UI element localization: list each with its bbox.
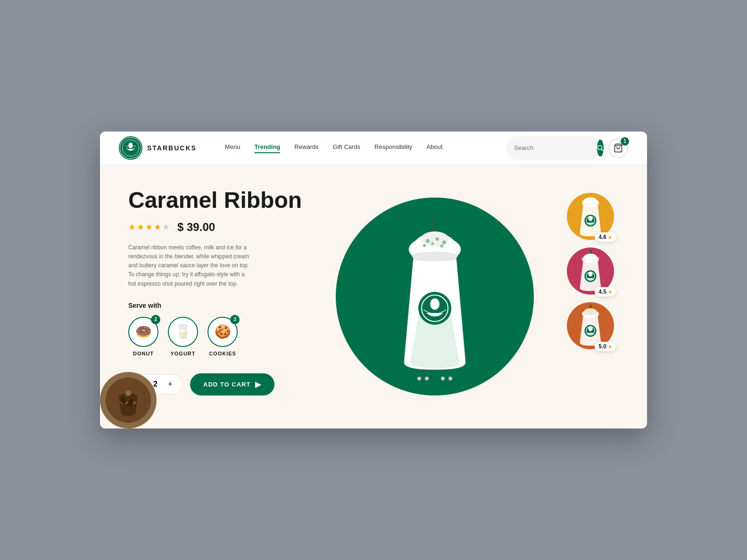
related-item-2[interactable]: 4.5 ★ (567, 247, 614, 295)
brand-name: STARBUCKS (147, 144, 197, 152)
cart-button[interactable]: 1 (608, 138, 628, 158)
donut-badge: 2 (151, 315, 160, 324)
coffee-bag-svg: COFFEE (105, 377, 152, 424)
related-rating-value-2: 4.5 (598, 288, 606, 295)
main-nav: Menu Trending Rewards Gift Cards Respons… (225, 143, 506, 152)
coffee-bag-decoration: COFFEE (100, 372, 166, 428)
product-price: $ 39.00 (177, 221, 215, 234)
donut-icon: 🍩 (135, 324, 152, 339)
logo-circle: STARBUCKS COFFEE (119, 136, 142, 160)
svg-line-6 (602, 149, 604, 151)
star-3: ★ (145, 222, 153, 232)
related-cup-2 (574, 250, 607, 292)
related-rating-3: 5.0 ★ (595, 342, 616, 351)
donut-label: DONUT (133, 351, 154, 356)
search-input[interactable] (514, 144, 593, 151)
serve-item-donut[interactable]: 🍩 2 DONUT (128, 317, 158, 356)
yogurt-icon: 🥛 (175, 324, 191, 339)
nav-rewards[interactable]: Rewards (294, 143, 318, 152)
product-image-area (307, 188, 562, 428)
svg-point-37 (584, 308, 597, 315)
related-star-1: ★ (608, 235, 612, 240)
cookies-icon-wrapper: 🍪 3 (208, 317, 238, 347)
donut-icon-wrapper: 🍩 2 (128, 317, 158, 347)
svg-point-20 (431, 242, 434, 245)
related-rating-value-3: 5.0 (598, 343, 606, 350)
svg-point-16 (436, 238, 439, 241)
coffee-bag-circle: COFFEE (100, 372, 157, 428)
browser-window: STARBUCKS COFFEE STARBUCKS Menu Trending… (100, 132, 647, 428)
arrow-icon: ▶ (255, 380, 261, 389)
svg-point-4 (128, 142, 133, 148)
star-2: ★ (137, 222, 144, 232)
hero-section: Caramel Ribbon ★ ★ ★ ★ ★ $ 39.00 Caramel… (100, 165, 647, 428)
quantity-increase-button[interactable]: + (168, 379, 173, 389)
cart-badge: 1 (621, 137, 629, 146)
serve-items-list: 🍩 2 DONUT 🥛 YOGURT (128, 317, 307, 356)
related-cup-3 (574, 305, 607, 347)
svg-point-25 (584, 198, 597, 204)
serve-item-cookies[interactable]: 🍪 3 COOKIES (208, 317, 238, 356)
cookies-icon: 🍪 (215, 324, 231, 339)
svg-point-43 (125, 390, 131, 396)
related-products: 4.6 ★ (562, 188, 619, 428)
svg-point-18 (423, 244, 426, 247)
svg-point-17 (442, 240, 446, 244)
svg-point-28 (589, 216, 593, 221)
related-rating-value-1: 4.6 (598, 234, 606, 240)
svg-point-19 (440, 245, 444, 248)
carousel-dot-4[interactable] (441, 377, 445, 380)
related-rating-1: 4.6 ★ (595, 232, 616, 242)
search-icon (597, 145, 604, 151)
carousel-dot-1[interactable] (417, 377, 421, 380)
svg-point-15 (426, 239, 430, 243)
yogurt-icon-wrapper: 🥛 (168, 317, 198, 347)
search-button[interactable] (597, 140, 604, 156)
related-star-2: ★ (608, 289, 612, 295)
carousel-dot-5[interactable] (448, 377, 452, 380)
related-item-3[interactable]: 5.0 ★ (567, 302, 614, 349)
yogurt-icon-circle: 🥛 (168, 317, 198, 347)
header: STARBUCKS COFFEE STARBUCKS Menu Trending… (100, 132, 647, 165)
add-to-cart-label: ADD TO CART (203, 381, 250, 388)
center-content (336, 198, 534, 395)
product-description: Caramel ribbon meets coffee, milk and ic… (128, 243, 251, 288)
related-item-1[interactable]: 4.6 ★ (567, 193, 614, 240)
header-right: 1 (506, 136, 628, 160)
related-cup-1 (574, 195, 607, 238)
star-4: ★ (154, 222, 161, 232)
serve-with-label: Serve with (128, 302, 307, 309)
nav-trending[interactable]: Trending (254, 143, 280, 152)
carousel-dot-3[interactable] (432, 377, 437, 381)
related-rating-2: 4.5 ★ (595, 287, 616, 296)
search-box (506, 136, 601, 160)
serve-item-yogurt[interactable]: 🥛 YOGURT (168, 317, 198, 356)
nav-menu[interactable]: Menu (225, 143, 241, 152)
add-to-cart-button[interactable]: ADD TO CART ▶ (190, 373, 274, 395)
carousel-dot-2[interactable] (425, 377, 429, 380)
svg-point-23 (430, 298, 440, 310)
plus-icon: + (168, 379, 173, 389)
svg-point-34 (589, 272, 593, 277)
rating-price-row: ★ ★ ★ ★ ★ $ 39.00 (128, 221, 307, 234)
svg-point-40 (589, 326, 593, 331)
cookies-badge: 3 (230, 315, 240, 324)
product-title: Caramel Ribbon (128, 188, 307, 213)
nav-about[interactable]: About (426, 143, 442, 152)
yogurt-label: YOGURT (170, 351, 195, 356)
svg-point-31 (584, 254, 597, 260)
carousel-dots (417, 377, 452, 381)
cookies-label: COOKIES (209, 351, 236, 356)
related-star-3: ★ (608, 344, 612, 349)
nav-gift-cards[interactable]: Gift Cards (333, 143, 361, 152)
product-cup-svg (383, 216, 487, 377)
star-1: ★ (128, 222, 136, 232)
star-rating: ★ ★ ★ ★ ★ (128, 222, 170, 232)
nav-responsibility[interactable]: Responsibility (374, 143, 412, 152)
logo-area: STARBUCKS COFFEE STARBUCKS (119, 136, 197, 160)
product-circle-bg (336, 198, 534, 395)
star-5: ★ (162, 222, 170, 232)
